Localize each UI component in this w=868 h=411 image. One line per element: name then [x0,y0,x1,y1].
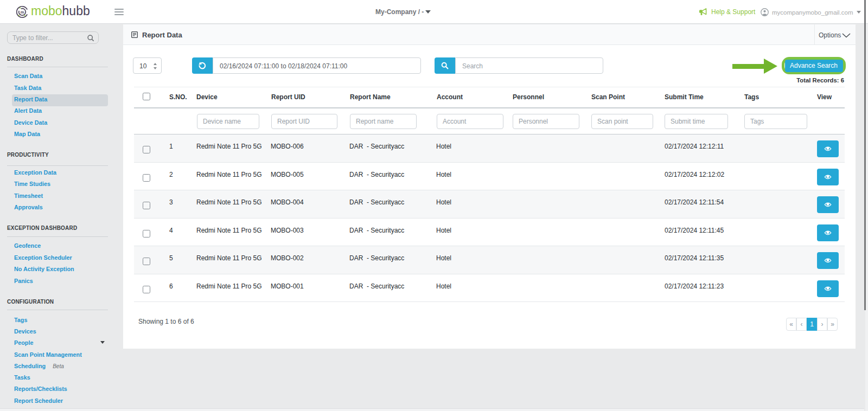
svg-text:m: m [21,10,24,15]
